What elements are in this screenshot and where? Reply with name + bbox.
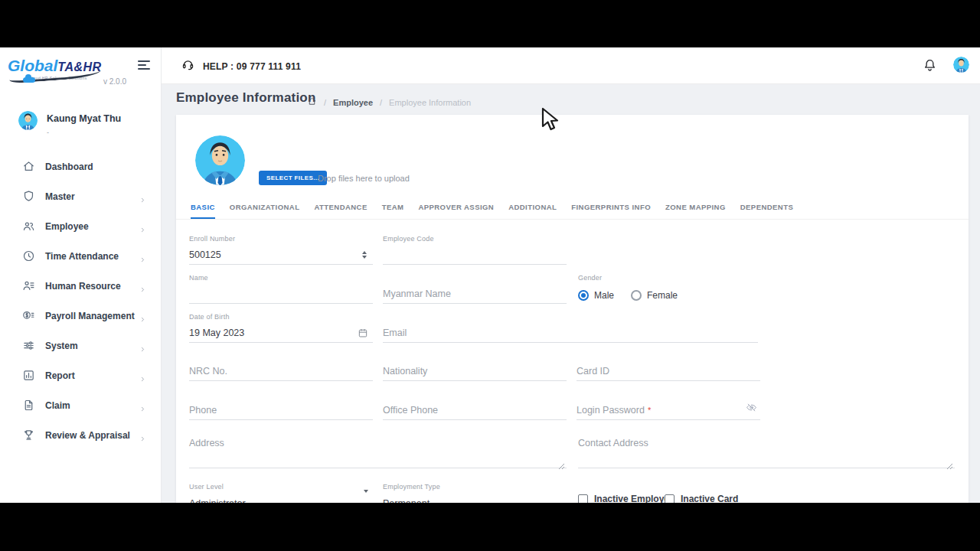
chevron-right-icon [139, 282, 146, 289]
tab-basic[interactable]: BASIC [191, 203, 215, 219]
home-icon [22, 160, 35, 173]
date-of-birth-value: 19 May 2023 [189, 328, 244, 338]
sliders-icon [22, 339, 35, 352]
user-level-select[interactable]: User Level Administrator [189, 481, 373, 503]
gender-group: Gender Male Female [578, 272, 762, 304]
eye-slash-icon[interactable] [746, 402, 757, 413]
sidebar-item-payroll-management[interactable]: Payroll Management [0, 301, 162, 331]
office-phone-field[interactable]: Office Phone [383, 390, 567, 420]
enroll-number-value: 500125 [189, 249, 221, 260]
top-bar: HELP : 09 777 111 911 [162, 47, 980, 84]
app-screen: GlobalTA&HR Cloud HR Software Solutions … [0, 47, 980, 503]
tab-approver-assign[interactable]: APPROVER ASSIGN [418, 203, 494, 219]
sidebar-user[interactable]: Kaung Myat Thu - [18, 111, 121, 136]
employee-code-field[interactable]: Employee Code [383, 233, 567, 265]
document-icon [22, 399, 35, 412]
tab-zone-mapping[interactable]: ZONE MAPPING [665, 203, 726, 219]
sidebar-collapse-icon[interactable] [138, 60, 150, 71]
dropdown-up-arrow-icon [557, 493, 562, 503]
chevron-right-icon [139, 193, 146, 200]
sidebar-item-time-attendance[interactable]: Time Attendance [0, 241, 162, 271]
breadcrumb: / Employee / Employee Information [307, 96, 471, 109]
help-contact: HELP : 09 777 111 911 [181, 58, 301, 74]
sidebar-item-employee[interactable]: Employee [0, 211, 162, 241]
radio-unselected-icon [631, 290, 642, 301]
page-title: Employee Information [176, 90, 316, 106]
profile-avatar[interactable] [953, 57, 969, 73]
user-name: Kaung Myat Thu [47, 113, 121, 124]
sidebar-item-report[interactable]: Report [0, 360, 162, 390]
email-field[interactable]: Email [383, 311, 758, 343]
enroll-number-field[interactable]: Enroll Number 500125 [189, 233, 373, 265]
tab-dependents[interactable]: DEPENDENTS [740, 203, 793, 219]
myanmar-name-field[interactable]: Myanmar Name [383, 272, 567, 304]
help-phone: HELP : 09 777 111 911 [203, 61, 301, 72]
checkbox-icon [578, 494, 588, 504]
gender-male-radio[interactable]: Male [578, 290, 614, 301]
date-of-birth-field[interactable]: Date of Birth 19 May 2023 [189, 311, 373, 343]
inactive-employee-checkbox[interactable]: Inactive Employee [578, 494, 675, 503]
tab-strip: BASIC ORGANIZATIONAL ATTENDANCE TEAM APP… [176, 203, 969, 220]
calendar-icon[interactable] [358, 328, 368, 338]
home-icon[interactable] [307, 96, 317, 109]
page-header: Employee Information / Employee / Employ… [162, 84, 980, 116]
bar-chart-icon [22, 369, 35, 382]
brand-logo: GlobalTA&HR Cloud HR Software Solutions … [8, 57, 130, 80]
select-files-button[interactable]: SELECT FILES... [259, 171, 327, 185]
user-avatar [18, 111, 38, 130]
sidebar-item-system[interactable]: System [0, 331, 162, 360]
checkbox-icon [665, 494, 675, 504]
chevron-right-icon [139, 253, 146, 259]
name-field[interactable]: Name [189, 272, 373, 304]
app-version: v 2.0.0 [103, 77, 126, 86]
nationality-field[interactable]: Nationality [383, 350, 567, 381]
login-password-field[interactable]: Login Password* [577, 390, 760, 420]
user-subtitle: - [47, 129, 121, 136]
tab-additional[interactable]: ADDITIONAL [508, 203, 557, 219]
contact-address-textarea[interactable]: Contact Address [578, 429, 955, 468]
sidebar-item-master[interactable]: Master [0, 181, 162, 211]
dropdown-arrow-icon [364, 493, 368, 503]
logo-primary-text: Global [8, 57, 57, 74]
sidebar-item-human-resource[interactable]: Human Resource [0, 271, 162, 301]
chevron-right-icon [139, 342, 146, 349]
sidebar-item-claim[interactable]: Claim [0, 390, 162, 420]
inactive-card-checkbox[interactable]: Inactive Card [665, 494, 738, 503]
breadcrumb-employee[interactable]: Employee [333, 98, 373, 107]
app-window: GlobalTA&HR Cloud HR Software Solutions … [0, 0, 980, 551]
chevron-right-icon [139, 223, 146, 230]
employment-type-value: Permanent [383, 498, 430, 503]
chevron-right-icon [139, 432, 146, 439]
address-textarea[interactable]: Address [189, 429, 567, 468]
user-level-value: Administrator [189, 498, 246, 503]
notifications-bell-icon[interactable] [923, 57, 937, 73]
breadcrumb-employee-information: Employee Information [389, 98, 471, 107]
sidebar-item-review-appraisal[interactable]: Review & Appraisal [0, 420, 162, 450]
payroll-dollar-icon [22, 309, 35, 322]
radio-selected-icon [578, 290, 589, 301]
tab-fingerprints-info[interactable]: FINGERPRINTS INFO [571, 203, 651, 219]
sidebar-item-dashboard[interactable]: Dashboard [0, 152, 162, 181]
employment-type-select[interactable]: Employment Type Permanent [383, 481, 567, 503]
employee-form-card: SELECT FILES... Drop files here to uploa… [176, 115, 969, 503]
phone-field[interactable]: Phone [189, 390, 373, 420]
headset-icon [181, 58, 194, 74]
tab-attendance[interactable]: ATTENDANCE [314, 203, 367, 219]
people-icon [22, 220, 35, 233]
resize-handle-icon[interactable] [558, 459, 565, 466]
shield-icon [22, 190, 35, 203]
nrc-no-field[interactable]: NRC No. [189, 350, 373, 381]
sidebar-menu: Dashboard Master Employee Time Attendanc… [0, 152, 162, 450]
number-spinner-icon[interactable] [362, 251, 367, 259]
tab-organizational[interactable]: ORGANIZATIONAL [230, 203, 300, 219]
card-id-field[interactable]: Card ID [577, 350, 760, 381]
chevron-right-icon [139, 372, 146, 379]
person-list-icon [22, 279, 35, 292]
required-asterisk: * [648, 406, 651, 415]
tab-team[interactable]: TEAM [382, 203, 404, 219]
resize-handle-icon[interactable] [946, 459, 953, 466]
employee-photo [195, 135, 245, 185]
gender-female-radio[interactable]: Female [631, 290, 678, 301]
main-area: HELP : 09 777 111 911 Employee Informati… [162, 47, 980, 503]
drop-files-hint: Drop files here to upload [318, 174, 410, 183]
